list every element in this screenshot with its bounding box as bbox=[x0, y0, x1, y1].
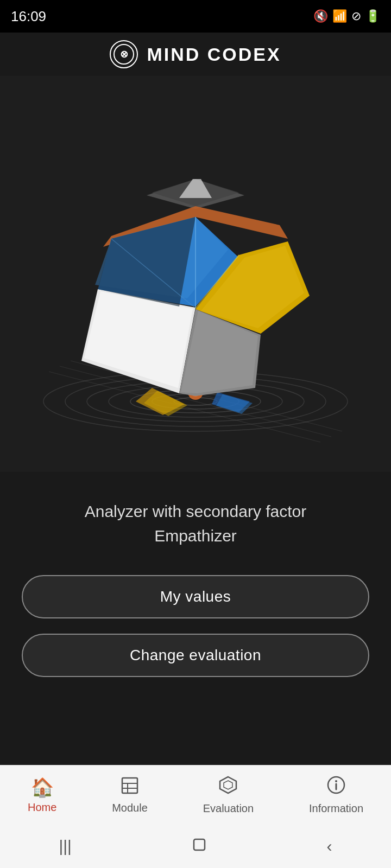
svg-marker-37 bbox=[224, 781, 232, 789]
gesture-bar: ||| ‹ bbox=[0, 825, 391, 868]
home-gesture[interactable] bbox=[190, 835, 209, 858]
app-title: MIND CODEX bbox=[147, 44, 281, 65]
nav-information[interactable]: Information bbox=[298, 771, 374, 819]
svg-marker-36 bbox=[220, 777, 236, 793]
logo-symbol: ⊗ bbox=[120, 48, 128, 60]
evaluation-icon bbox=[218, 775, 238, 799]
description: Analyzer with secondary factor Empathize… bbox=[0, 472, 391, 564]
buttons-area: My values Change evaluation bbox=[0, 564, 391, 688]
information-icon bbox=[326, 775, 346, 799]
nav-module[interactable]: Module bbox=[101, 772, 159, 819]
logo-circle: ⊗ bbox=[110, 40, 138, 68]
nav-evaluation[interactable]: Evaluation bbox=[192, 771, 264, 819]
crystal-svg bbox=[27, 100, 364, 448]
back-gesture[interactable]: ‹ bbox=[327, 837, 332, 856]
status-bar: 16:09 🔇 📶 ⊘ 🔋 bbox=[0, 0, 391, 33]
nav-module-label: Module bbox=[112, 802, 148, 814]
battery-icon: 🔋 bbox=[365, 9, 380, 23]
recents-gesture[interactable]: ||| bbox=[59, 837, 71, 856]
svg-point-40 bbox=[335, 780, 337, 782]
bottom-nav: 🏠 Home Module Evaluation bbox=[0, 765, 391, 825]
nav-evaluation-label: Evaluation bbox=[203, 802, 254, 815]
nav-information-label: Information bbox=[309, 802, 363, 815]
status-icons: 🔇 📶 ⊘ 🔋 bbox=[313, 9, 380, 23]
status-time: 16:09 bbox=[11, 8, 46, 25]
mute-icon: 🔇 bbox=[313, 9, 328, 23]
svg-rect-41 bbox=[194, 839, 205, 850]
change-evaluation-button[interactable]: Change evaluation bbox=[22, 634, 369, 677]
module-icon bbox=[121, 776, 139, 799]
dnd-icon: ⊘ bbox=[351, 9, 361, 23]
header: ⊗ MIND CODEX bbox=[0, 33, 391, 76]
wifi-icon: 📶 bbox=[332, 9, 347, 23]
crystal-area bbox=[0, 76, 391, 472]
nav-home[interactable]: 🏠 Home bbox=[17, 772, 67, 818]
logo-inner: ⊗ bbox=[113, 44, 134, 65]
svg-rect-32 bbox=[122, 778, 137, 793]
home-icon: 🏠 bbox=[31, 776, 54, 798]
nav-home-label: Home bbox=[28, 801, 56, 814]
my-values-button[interactable]: My values bbox=[22, 575, 369, 618]
description-text: Analyzer with secondary factor Empathize… bbox=[22, 499, 369, 548]
